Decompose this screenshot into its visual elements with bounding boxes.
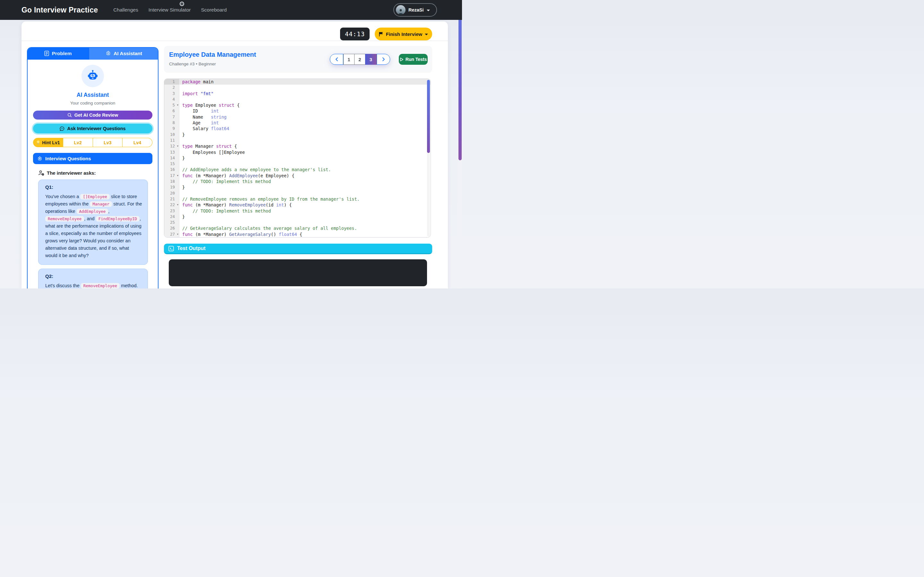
get-ai-code-review-button[interactable]: Get AI Code Review [33, 111, 152, 119]
nav-item-scoreboard[interactable]: Scoreboard [197, 5, 231, 15]
code-line-9[interactable]: 9 Salary float64 [164, 126, 431, 131]
code-line-3[interactable]: 3import "fmt" [164, 91, 431, 97]
hint-label: Hint Lv1 [42, 140, 60, 145]
code-line-10[interactable]: 10} [164, 132, 431, 137]
line-content: // AddEmployee adds a new employee to th… [179, 167, 431, 172]
test-output-header: Test Output [164, 243, 432, 254]
line-number[interactable]: 4 [164, 97, 179, 102]
pagination-next-button[interactable] [376, 54, 390, 65]
line-number[interactable]: 6 [164, 108, 179, 114]
line-content: // RemoveEmployee removes an employee by… [179, 196, 431, 202]
page-scrollbar-thumb[interactable] [459, 7, 462, 160]
code-editor[interactable]: 1package main23import "fmt"45▼type Emplo… [164, 79, 431, 237]
code-line-23[interactable]: 23 // TODO: Implement this method [164, 208, 431, 214]
code-lines: 1package main23import "fmt"45▼type Emplo… [164, 79, 431, 237]
line-number[interactable]: 25 [164, 219, 179, 226]
app-brand[interactable]: Go Interview Practice [21, 6, 98, 15]
tab-problem[interactable]: Problem [27, 47, 89, 60]
code-line-17[interactable]: 17▼func (m *Manager) AddEmployee(e Emplo… [164, 173, 431, 179]
fold-arrow-icon[interactable]: ▼ [177, 231, 178, 237]
line-number[interactable]: 26 [164, 226, 179, 231]
code-line-11[interactable]: 11 [164, 137, 431, 143]
code-line-12[interactable]: 12▼type Manager struct { [164, 143, 431, 149]
line-number[interactable]: 20 [164, 190, 179, 196]
code-line-16[interactable]: 16// AddEmployee adds a new employee to … [164, 167, 431, 172]
line-number[interactable]: 7 [164, 114, 179, 120]
user-menu[interactable]: RezaSi [393, 3, 437, 17]
line-number[interactable]: 16 [164, 167, 179, 172]
code-line-8[interactable]: 8 Age int [164, 120, 431, 126]
fold-arrow-icon[interactable]: ▼ [177, 173, 178, 179]
pagination-prev-button[interactable] [330, 54, 343, 65]
interview-timer: 44:13 [340, 27, 370, 40]
hint-label: Lv2 [74, 140, 82, 145]
code-line-14[interactable]: 14} [164, 155, 431, 161]
questions-list: Q1:You've chosen a []Employee slice to s… [33, 179, 152, 288]
line-number[interactable]: 9 [164, 126, 179, 131]
line-number[interactable]: 10 [164, 132, 179, 137]
fold-arrow-icon[interactable]: ▼ [177, 202, 178, 208]
code-line-25[interactable]: 25 [164, 219, 431, 226]
ask-interviewer-button[interactable]: Ask Interviewer Questions [33, 124, 152, 133]
ai-robot-avatar [81, 65, 104, 87]
line-number[interactable]: 21 [164, 196, 179, 202]
code-chip: FindEmployeeByID [96, 216, 140, 221]
pagination-page-3[interactable]: 3 [365, 54, 376, 65]
pagination-page-2[interactable]: 2 [354, 54, 365, 65]
chevron-down-icon [427, 10, 430, 11]
code-line-1[interactable]: 1package main [164, 79, 431, 85]
code-line-19[interactable]: 19} [164, 184, 431, 190]
nav-item-challenges[interactable]: Challenges [110, 5, 142, 15]
nav-item-interview-simulator[interactable]: Interview Simulator [145, 5, 195, 15]
hint-button-4[interactable]: Lv4 [123, 138, 152, 147]
line-number[interactable]: 14 [164, 155, 179, 161]
code-line-20[interactable]: 20 [164, 190, 431, 196]
code-line-6[interactable]: 6 ID int [164, 108, 431, 114]
line-number[interactable]: 17▼ [164, 173, 179, 179]
fold-arrow-icon[interactable]: ▼ [177, 102, 178, 108]
code-chip: RemoveEmployee [45, 216, 84, 221]
question-id: Q2: [45, 274, 142, 279]
line-number[interactable]: 13 [164, 149, 179, 155]
code-line-2[interactable]: 2 [164, 85, 431, 90]
hint-button-2[interactable]: Lv2 [63, 138, 93, 147]
line-number[interactable]: 5▼ [164, 102, 179, 108]
code-line-27[interactable]: 27▼func (m *Manager) GetAverageSalary() … [164, 231, 431, 237]
code-line-24[interactable]: 24} [164, 214, 431, 219]
line-number[interactable]: 15 [164, 161, 179, 167]
editor-scrollbar-thumb[interactable] [427, 80, 430, 153]
tab-ai-assistant[interactable]: AI Assistant [89, 47, 158, 60]
run-tests-button[interactable]: Run Tests [399, 54, 428, 65]
line-number[interactable]: 2 [164, 85, 179, 90]
code-chip: Manager [90, 201, 112, 207]
line-number[interactable]: 18 [164, 179, 179, 184]
code-line-7[interactable]: 7 Name string [164, 114, 431, 120]
code-line-15[interactable]: 15 [164, 161, 431, 167]
code-line-18[interactable]: 18 // TODO: Implement this method [164, 179, 431, 184]
line-number[interactable]: 23 [164, 208, 179, 214]
line-number[interactable]: 1 [164, 79, 179, 85]
line-content: func (m *Manager) AddEmployee(e Employee… [179, 173, 431, 179]
pagination-page-1[interactable]: 1 [343, 54, 354, 65]
hint-button-3[interactable]: Lv3 [93, 138, 123, 147]
code-line-26[interactable]: 26// GetAverageSalary calculates the ave… [164, 226, 431, 231]
line-number[interactable]: 3 [164, 91, 179, 97]
code-line-22[interactable]: 22▼func (m *Manager) RemoveEmployee(id i… [164, 202, 431, 208]
line-number[interactable]: 27▼ [164, 231, 179, 237]
line-number[interactable]: 12▼ [164, 143, 179, 149]
fold-arrow-icon[interactable]: ▼ [177, 143, 178, 149]
line-number[interactable]: 24 [164, 214, 179, 219]
line-number[interactable]: 11 [164, 137, 179, 143]
hint-button-1[interactable]: Hint Lv1 [33, 138, 63, 147]
code-line-5[interactable]: 5▼type Employee struct { [164, 102, 431, 108]
robot-icon [105, 51, 111, 56]
code-line-4[interactable]: 4 [164, 97, 431, 102]
line-number[interactable]: 8 [164, 120, 179, 126]
finish-interview-button[interactable]: Finish Interview [375, 27, 432, 40]
status-dot [180, 2, 184, 6]
line-number[interactable]: 19 [164, 184, 179, 190]
line-number[interactable]: 22▼ [164, 202, 179, 208]
code-line-13[interactable]: 13 Employees []Employee [164, 149, 431, 155]
code-line-21[interactable]: 21// RemoveEmployee removes an employee … [164, 196, 431, 202]
test-output-label: Test Output [177, 245, 206, 251]
